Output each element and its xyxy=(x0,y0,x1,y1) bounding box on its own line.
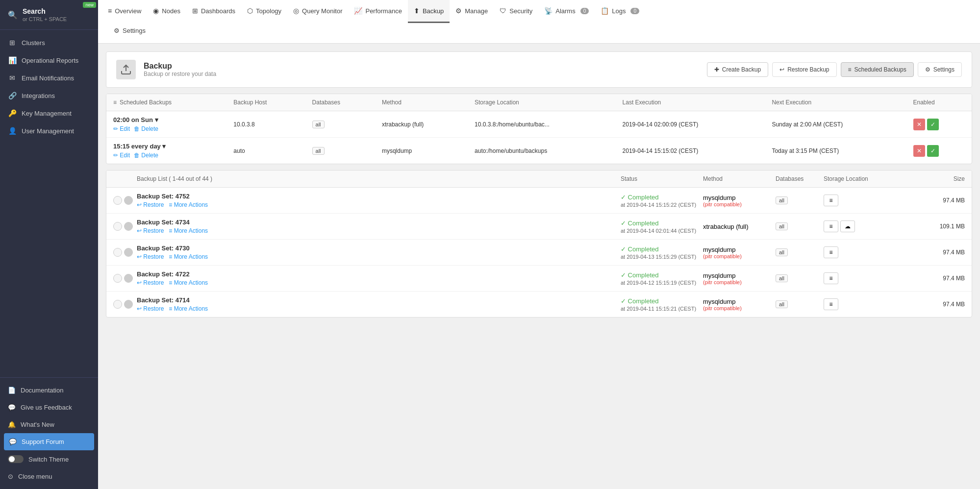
nav-query-monitor[interactable]: ◎ Query Monitor xyxy=(287,0,348,23)
restore-icon: ↩ xyxy=(779,66,784,73)
nav-dashboards[interactable]: ⊞ Dashboards xyxy=(186,0,241,23)
sidebar-item-integrations[interactable]: 🔗 Integrations xyxy=(0,87,98,104)
sidebar-item-operational-reports[interactable]: 📊 Operational Reports xyxy=(0,51,98,69)
backup-list-item: Backup Set: 4722 ↩ Restore ≡ More Action… xyxy=(106,266,972,292)
restore-link[interactable]: ↩ Restore xyxy=(137,305,164,312)
storage-cell: 10.0.3.8:/home/ubuntu/bac... xyxy=(468,111,616,138)
storage-local-icon[interactable]: ≡ xyxy=(824,195,838,206)
nav-settings[interactable]: ⚙ Settings xyxy=(108,25,151,39)
sidebar-item-label: Documentation xyxy=(21,387,63,394)
select-circle-2[interactable] xyxy=(124,196,133,205)
restore-link[interactable]: ↩ Restore xyxy=(137,201,164,208)
sidebar-item-clusters[interactable]: ⊞ Clusters xyxy=(0,34,98,51)
col-next-exec: Next Execution xyxy=(765,94,906,111)
nav-nodes[interactable]: ◉ Nodes xyxy=(147,0,186,23)
select-circle-1[interactable] xyxy=(113,222,122,231)
select-circle-2[interactable] xyxy=(124,222,133,231)
restore-link[interactable]: ↩ Restore xyxy=(137,227,164,234)
enable-button[interactable]: ✓ xyxy=(927,145,939,157)
sched-name: 02:00 on Sun ▾ xyxy=(113,116,220,123)
alarms-icon: 📡 xyxy=(544,7,553,15)
nav-label: Query Monitor xyxy=(302,7,342,15)
sidebar-item-key-management[interactable]: 🔑 Key Management xyxy=(0,104,98,122)
storage-local-icon[interactable]: ≡ xyxy=(824,246,838,258)
edit-button[interactable]: ✏ Edit xyxy=(113,125,130,132)
storage-cloud-icon[interactable]: ☁ xyxy=(840,220,855,232)
performance-icon: 📈 xyxy=(354,7,362,15)
backup-list-item: Backup Set: 4730 ↩ Restore ≡ More Action… xyxy=(106,240,972,266)
restore-link[interactable]: ↩ Restore xyxy=(137,253,164,260)
backup-list-title: Backup List ( 1-44 out of 44 ) xyxy=(137,175,617,182)
nav-manage[interactable]: ⚙ Manage xyxy=(450,0,494,23)
nav-performance[interactable]: 📈 Performance xyxy=(348,0,407,23)
status-badge: ✓ Completed xyxy=(621,245,699,253)
nav-label: Performance xyxy=(365,7,402,15)
restore-backup-button[interactable]: ↩ Restore Backup xyxy=(772,62,836,77)
nav-label: Logs xyxy=(612,7,626,15)
select-circle-2[interactable] xyxy=(124,248,133,257)
host-cell: 10.0.3.8 xyxy=(226,111,305,138)
backup-settings-button[interactable]: ⚙ Settings xyxy=(918,62,962,77)
backup-page-header: Backup Backup or restore your data ✚ Cre… xyxy=(106,51,972,88)
restore-link[interactable]: ↩ Restore xyxy=(137,279,164,286)
sidebar-item-switch-theme[interactable]: Switch Theme xyxy=(0,450,98,468)
sidebar-item-user-management[interactable]: 👤 User Management xyxy=(0,122,98,140)
more-actions-link[interactable]: ≡ More Actions xyxy=(169,227,208,234)
sidebar-item-support-forum[interactable]: 💬 Support Forum xyxy=(4,433,94,450)
sidebar-item-documentation[interactable]: 📄 Documentation xyxy=(0,382,98,399)
scheduled-backups-table: ≡ Scheduled Backups Backup Host Database… xyxy=(106,94,972,164)
clusters-icon: ⊞ xyxy=(8,39,17,47)
scheduled-backups-button[interactable]: ≡ Scheduled Backups xyxy=(841,62,914,77)
method-pitr: (pitr compatible) xyxy=(703,305,772,311)
main-content: ≡ Overview ◉ Nodes ⊞ Dashboards ⬡ Topolo… xyxy=(98,0,980,489)
overview-icon: ≡ xyxy=(108,7,112,15)
sidebar-item-give-feedback[interactable]: 💬 Give us Feedback xyxy=(0,399,98,416)
select-circle-1[interactable] xyxy=(113,196,122,205)
more-actions-link[interactable]: ≡ More Actions xyxy=(169,279,208,286)
nav-backup[interactable]: ⬆ Backup xyxy=(408,0,450,23)
sidebar-item-close-menu[interactable]: ⊙ Close menu xyxy=(0,468,98,485)
select-circle-2[interactable] xyxy=(124,274,133,283)
status-badge: ✓ Completed xyxy=(621,271,699,279)
edit-button[interactable]: ✏ Edit xyxy=(113,152,130,159)
next-exec-cell: Sunday at 2:00 AM (CEST) xyxy=(765,111,906,138)
integrations-icon: 🔗 xyxy=(8,92,17,99)
enable-button[interactable]: ✓ xyxy=(927,119,939,130)
select-circle-1[interactable] xyxy=(113,300,122,309)
more-actions-link[interactable]: ≡ More Actions xyxy=(169,253,208,260)
sidebar-item-email-notifications[interactable]: ✉ Email Notifications xyxy=(0,69,98,87)
nav-alarms[interactable]: 📡 Alarms 0 xyxy=(538,0,595,23)
storage-local-icon[interactable]: ≡ xyxy=(824,220,838,232)
db-badge: all xyxy=(776,248,788,256)
sidebar-item-whats-new[interactable]: 🔔 What's New xyxy=(0,416,98,433)
nav-security[interactable]: 🛡 Security xyxy=(494,0,538,23)
sidebar-item-label: Switch Theme xyxy=(28,456,69,463)
scheduled-row: 02:00 on Sun ▾ ✏ Edit 🗑 Delete 10.0.3.8 … xyxy=(106,111,972,138)
create-backup-button[interactable]: ✚ Create Backup xyxy=(707,62,768,77)
nav-topology[interactable]: ⬡ Topology xyxy=(241,0,287,23)
more-actions-link[interactable]: ≡ More Actions xyxy=(169,305,208,312)
status-badge: ✓ Completed xyxy=(621,297,699,305)
nav-logs[interactable]: 📋 Logs 0 xyxy=(595,0,645,23)
settings-label: Settings xyxy=(123,27,146,34)
select-circle-1[interactable] xyxy=(113,248,122,257)
disable-button[interactable]: ✕ xyxy=(913,119,925,130)
search-icon: 🔍 xyxy=(8,10,18,20)
method-text: mysqldump xyxy=(703,246,772,253)
disable-button[interactable]: ✕ xyxy=(913,145,925,157)
delete-button[interactable]: 🗑 Delete xyxy=(134,152,158,159)
delete-button[interactable]: 🗑 Delete xyxy=(134,125,158,132)
select-circle-1[interactable] xyxy=(113,274,122,283)
theme-toggle[interactable] xyxy=(8,455,24,463)
storage-local-icon[interactable]: ≡ xyxy=(824,272,838,284)
col-scheduled: ≡ Scheduled Backups xyxy=(106,94,226,111)
user-icon: 👤 xyxy=(8,127,17,135)
col-last-exec: Last Execution xyxy=(616,94,765,111)
select-circle-2[interactable] xyxy=(124,300,133,309)
nav-overview[interactable]: ≡ Overview xyxy=(102,0,147,23)
backup-list-item: Backup Set: 4714 ↩ Restore ≡ More Action… xyxy=(106,292,972,317)
col-backup-host: Backup Host xyxy=(226,94,305,111)
search-button[interactable]: 🔍 Search or CTRL + SPACE new xyxy=(0,0,98,30)
storage-local-icon[interactable]: ≡ xyxy=(824,298,838,310)
more-actions-link[interactable]: ≡ More Actions xyxy=(169,201,208,208)
